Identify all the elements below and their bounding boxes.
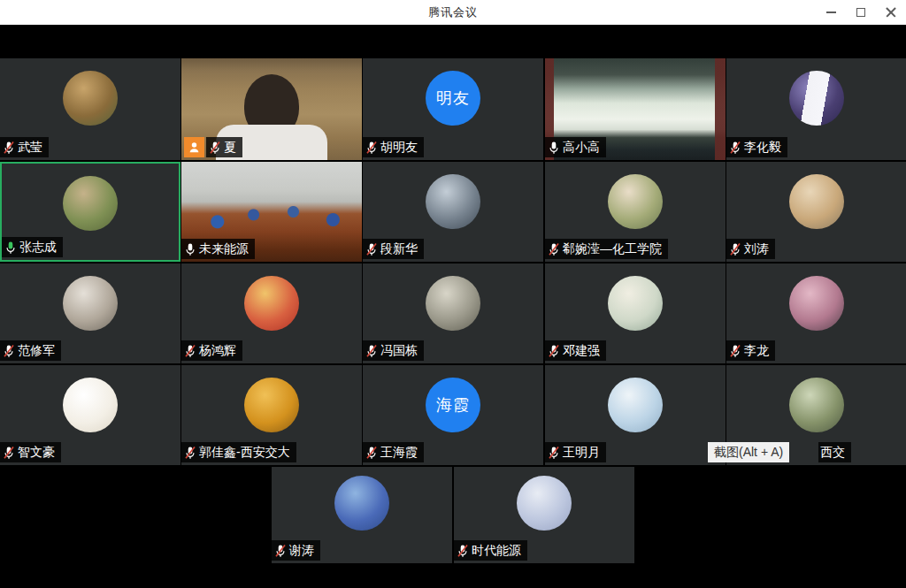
mic-muted-icon — [183, 446, 197, 460]
photo-avatar — [789, 378, 844, 432]
participant-tile[interactable]: 明友胡明友 — [363, 58, 543, 160]
participant-tile[interactable]: 李化毅 — [726, 58, 906, 160]
tile-bottom-bar: 郗婉滢—化工学院 — [545, 239, 668, 259]
name-label: 胡明友 — [363, 137, 424, 157]
mic-muted-icon — [547, 242, 561, 256]
name-label: 张志成 — [2, 237, 63, 257]
maximize-button[interactable] — [846, 0, 876, 25]
name-label: 冯国栋 — [363, 340, 424, 361]
photo-avatar — [244, 276, 299, 331]
close-button[interactable] — [876, 0, 906, 25]
participant-tile[interactable]: 谢涛 — [272, 467, 452, 563]
meeting-stage: 武莹夏明友胡明友高小高李化毅张志成未来能源段新华郗婉滢—化工学院刘涛范修军杨鸿辉… — [0, 25, 906, 588]
participant-tile[interactable]: 冯国栋 — [363, 263, 543, 363]
participant-name: 李龙 — [744, 343, 769, 359]
tile-bottom-bar: 未来能源 — [181, 239, 255, 259]
tile-bottom-bar: 邓建强 — [545, 340, 606, 361]
name-label: 王明月 — [545, 442, 606, 462]
tile-bottom-bar: 谢涛 — [272, 540, 320, 561]
mic-on-icon — [183, 242, 197, 256]
name-label: 未来能源 — [181, 239, 255, 259]
tile-bottom-bar: 范修军 — [0, 340, 61, 361]
participant-name: 刘涛 — [744, 241, 769, 257]
name-label: 武莹 — [0, 137, 49, 157]
participant-tile[interactable]: 西交截图(Alt + A) — [726, 365, 906, 465]
tile-bottom-bar: 郭佳鑫-西安交大 — [181, 442, 296, 462]
participant-name: 夏 — [224, 140, 236, 156]
mic-muted-icon — [208, 141, 222, 155]
tile-bottom-bar: 冯国栋 — [363, 340, 424, 361]
minimize-button[interactable] — [816, 0, 846, 25]
participant-name: 王明月 — [563, 445, 600, 461]
tile-bottom-bar: 张志成 — [2, 237, 63, 257]
name-label: 郭佳鑫-西安交大 — [181, 442, 296, 462]
participant-name: 冯国栋 — [380, 343, 418, 359]
photo-avatar — [63, 71, 118, 126]
initials-avatar: 海霞 — [426, 378, 480, 432]
name-label: 高小高 — [545, 137, 606, 157]
participant-tile[interactable]: 高小高 — [545, 58, 726, 160]
participant-tile[interactable]: 郭佳鑫-西安交大 — [181, 365, 362, 465]
name-label: 刘涛 — [726, 239, 775, 259]
photo-avatar — [426, 174, 480, 229]
mic-muted-icon — [2, 446, 16, 460]
participant-tile[interactable]: 武莹 — [0, 58, 180, 160]
tile-bottom-bar: 高小高 — [545, 137, 606, 157]
participant-tile[interactable]: 邓建强 — [545, 263, 726, 363]
tile-bottom-bar: 王海霞 — [363, 442, 424, 462]
participant-name: 杨鸿辉 — [199, 343, 236, 359]
name-label: 范修军 — [0, 340, 61, 361]
participant-name: 高小高 — [563, 140, 600, 156]
tile-bottom-bar: 刘涛 — [726, 239, 775, 259]
participant-tile[interactable]: 刘涛 — [726, 162, 906, 262]
window-controls — [816, 0, 906, 25]
host-person-icon — [188, 141, 201, 154]
window-title: 腾讯会议 — [428, 4, 478, 20]
participant-tile[interactable]: 郗婉滢—化工学院 — [545, 162, 726, 262]
mic-muted-icon — [365, 344, 379, 358]
name-label: 时代能源 — [454, 540, 527, 561]
tile-bottom-bar: 夏 — [181, 137, 242, 157]
tile-bottom-bar: 王明月 — [545, 442, 606, 462]
participant-tile[interactable]: 李龙 — [726, 263, 906, 363]
mic-muted-icon — [183, 344, 197, 358]
participant-name: 范修军 — [18, 343, 55, 359]
name-label: 李化毅 — [726, 137, 787, 157]
mic-muted-icon — [547, 446, 561, 460]
participant-name: 王海霞 — [380, 445, 418, 461]
close-icon — [886, 7, 896, 18]
name-label: 西交 — [818, 442, 851, 462]
mic-muted-icon — [547, 344, 561, 358]
name-label: 智文豪 — [0, 442, 61, 462]
initials-avatar: 明友 — [426, 71, 480, 126]
screenshot-tooltip: 截图(Alt + A) — [708, 442, 789, 462]
participant-name: 段新华 — [380, 241, 418, 257]
participant-name: 张志成 — [19, 240, 57, 256]
participant-name: 西交 — [820, 445, 845, 461]
participant-tile[interactable]: 王明月 — [545, 365, 726, 465]
participant-tile[interactable]: 杨鸿辉 — [181, 263, 362, 363]
mic-muted-icon — [456, 544, 470, 558]
participant-name: 李化毅 — [744, 140, 781, 156]
mic-on-icon — [547, 141, 561, 155]
tile-bottom-bar: 杨鸿辉 — [181, 340, 242, 361]
photo-avatar — [608, 378, 663, 432]
photo-avatar — [608, 174, 663, 229]
participant-tile[interactable]: 段新华 — [363, 162, 543, 262]
tencent-meeting-window: 腾讯会议 武莹夏明友胡明友高小高李化毅张志成未来能源段新华郗婉滢—化工学院刘涛范… — [0, 0, 906, 588]
photo-avatar — [789, 71, 844, 126]
mic-speaking-icon — [4, 241, 18, 255]
mic-muted-icon — [365, 141, 379, 155]
participant-tile[interactable]: 范修军 — [0, 263, 180, 363]
participant-tile[interactable]: 张志成 — [0, 162, 180, 262]
participant-tile[interactable]: 时代能源 — [454, 467, 634, 563]
photo-avatar — [426, 276, 480, 331]
participant-name: 时代能源 — [472, 543, 521, 559]
name-label: 邓建强 — [545, 340, 606, 361]
tile-bottom-bar: 时代能源 — [454, 540, 527, 561]
participant-tile[interactable]: 未来能源 — [181, 162, 362, 262]
participant-tile[interactable]: 智文豪 — [0, 365, 180, 465]
participant-tile[interactable]: 海霞王海霞 — [363, 365, 543, 465]
participant-name: 未来能源 — [199, 241, 249, 257]
participant-tile[interactable]: 夏 — [181, 58, 362, 160]
